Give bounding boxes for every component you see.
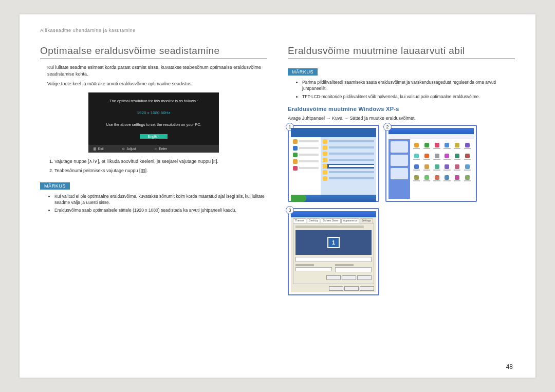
- dialog-tab: Settings: [360, 218, 373, 223]
- screenshot-1-start-menu: 1: [288, 125, 379, 202]
- control-panel-item: [443, 152, 452, 161]
- control-panel-item: [463, 174, 472, 183]
- subsection-title: Eraldusvõime muutmine Windows XP-s: [288, 106, 515, 112]
- note-label-right: MÄRKUS: [288, 68, 318, 76]
- control-panel-item: [453, 174, 461, 183]
- osd-panel: The optimal resolution for this monitor …: [88, 92, 219, 153]
- control-panel-item: [433, 174, 441, 183]
- monitor-number-icon: 1: [327, 237, 340, 248]
- note-bullets-right: Parima pildikvaliteedi saamiseks saate e…: [302, 79, 515, 100]
- osd-adjust: ◇Adjust: [122, 146, 136, 151]
- resolution-slider: [295, 267, 332, 271]
- control-panel-item: [433, 141, 441, 151]
- dialog-mid-buttons: [295, 275, 372, 280]
- menu-icon: ▥: [94, 146, 96, 151]
- note-left-1: Kui valitud ei ole optimaalne eraldusvõi…: [54, 193, 267, 206]
- control-panel-icon-grid: [410, 139, 474, 199]
- control-panel-item: [422, 163, 431, 172]
- intro-paragraph-1: Kui lülitate seadme esimest korda pärast…: [47, 64, 267, 78]
- start-button: [291, 195, 306, 202]
- color-quality-group: [335, 264, 372, 272]
- control-panel-item: [422, 174, 431, 183]
- right-column: Eraldusvõime muutmine lauaarvuti abil MÄ…: [288, 45, 515, 295]
- window-titlebar: [388, 128, 474, 134]
- osd-exit: ▥Exit: [94, 146, 104, 151]
- updown-icon: ◇: [122, 146, 125, 151]
- display-dropdown: [295, 257, 372, 262]
- manual-page: Allikaseadme ühendamine ja kasutamine Op…: [20, 14, 535, 378]
- osd-line-2: Use the above settings to set the resolu…: [94, 122, 214, 127]
- badge-2: 2: [383, 123, 392, 131]
- color-dropdown: [335, 267, 372, 272]
- start-menu-header: [291, 128, 376, 137]
- dialog-tab: Screen Saver: [321, 218, 340, 223]
- step-1: Vajutage nuppe [∧/∨], et liikuda soovitu…: [54, 158, 267, 165]
- steps-list: Vajutage nuppe [∧/∨], et liikuda soovitu…: [54, 158, 267, 175]
- control-panel-item: [463, 141, 472, 151]
- control-panel-sidebar: [388, 139, 410, 199]
- osd-screenshot: The optimal resolution for this monitor …: [40, 92, 267, 153]
- dialog-tab: Desktop: [307, 218, 320, 223]
- osd-line-1: The optimal resolution for this monitor …: [94, 99, 214, 103]
- start-menu-left-pane: [291, 137, 321, 195]
- running-header: Allikaseadme ühendamine ja kasutamine: [40, 28, 515, 33]
- section-title-left: Optimaalse eraldusvõime seadistamine: [40, 45, 267, 59]
- control-panel-item: [422, 152, 431, 161]
- control-panel-item: [453, 163, 461, 172]
- control-panel-item: [453, 152, 461, 161]
- dialog-tab: Appearance: [341, 218, 359, 223]
- control-panel-item: [443, 163, 452, 172]
- osd-language-pill: English: [140, 134, 168, 139]
- control-panel-item: [412, 174, 421, 183]
- control-panel-item: [463, 163, 472, 172]
- control-panel-window: [388, 128, 474, 199]
- note-right-2: TFT-LCD-monitoride pildikvaliteet võib h…: [302, 94, 515, 100]
- display-properties-dialog: ThemesDesktopScreen SaverAppearanceSetti…: [291, 211, 376, 292]
- osd-enter: ⏍Enter: [155, 146, 168, 151]
- intro-paragraph-2: Valige toote keel ja määrake arvuti eral…: [47, 81, 267, 87]
- start-menu-control-panel-item: [323, 164, 374, 169]
- screenshot-2-control-panel: 2: [385, 125, 477, 202]
- start-menu-right-pane: [321, 137, 376, 195]
- note-right-1: Parima pildikvaliteedi saamiseks saate e…: [302, 79, 515, 92]
- dialog-description: [295, 226, 364, 228]
- window-toolbar: [388, 134, 474, 139]
- left-column: Optimaalse eraldusvõime seadistamine Kui…: [40, 45, 267, 295]
- control-panel-item: [412, 163, 421, 172]
- dialog-bottom-buttons: [291, 285, 376, 292]
- osd-button-bar: ▥Exit ◇Adjust ⏍Enter: [88, 145, 219, 153]
- taskbar: [291, 195, 376, 202]
- dialog-tabs: ThemesDesktopScreen SaverAppearanceSetti…: [291, 217, 376, 223]
- screenshot-3-display-properties: 3 ThemesDesktopScreen SaverAppearanceSet…: [288, 208, 379, 295]
- control-panel-item: [412, 152, 421, 161]
- badge-3: 3: [286, 206, 294, 214]
- note-bullets-left: Kui valitud ei ole optimaalne eraldusvõi…: [54, 193, 267, 214]
- two-column-layout: Optimaalse eraldusvõime seadistamine Kui…: [40, 45, 515, 295]
- page-number: 48: [506, 363, 513, 370]
- monitor-preview: 1: [295, 230, 372, 255]
- control-panel-item: [463, 152, 472, 161]
- enter-icon: ⏍: [155, 146, 157, 151]
- section-title-right: Eraldusvõime muutmine lauaarvuti abil: [288, 45, 515, 59]
- step-2: Teabesõnumi peitmiseks vajutage nuppu [▥…: [54, 167, 267, 175]
- control-panel-item: [433, 163, 441, 172]
- note-left-2: Eraldusvõime saab optimaalsele sättele (…: [54, 207, 267, 213]
- control-panel-item: [453, 141, 461, 151]
- control-panel-item: [412, 141, 421, 151]
- osd-resolution: 1920 x 1080 60Hz: [94, 110, 214, 115]
- subsection-paragraph: Avage Juhtpaneel → Kuva → Sätted ja muut…: [288, 115, 515, 122]
- note-label-left: MÄRKUS: [40, 182, 70, 190]
- screenshot-group: 1: [288, 125, 515, 295]
- control-panel-item: [422, 141, 431, 151]
- control-panel-item: [443, 141, 452, 151]
- xp-desktop: [291, 128, 376, 199]
- control-panel-item: [433, 152, 441, 161]
- control-panel-item: [443, 174, 452, 183]
- dialog-titlebar: [291, 211, 376, 217]
- resolution-group: [295, 264, 332, 272]
- dialog-tab: Themes: [293, 218, 306, 223]
